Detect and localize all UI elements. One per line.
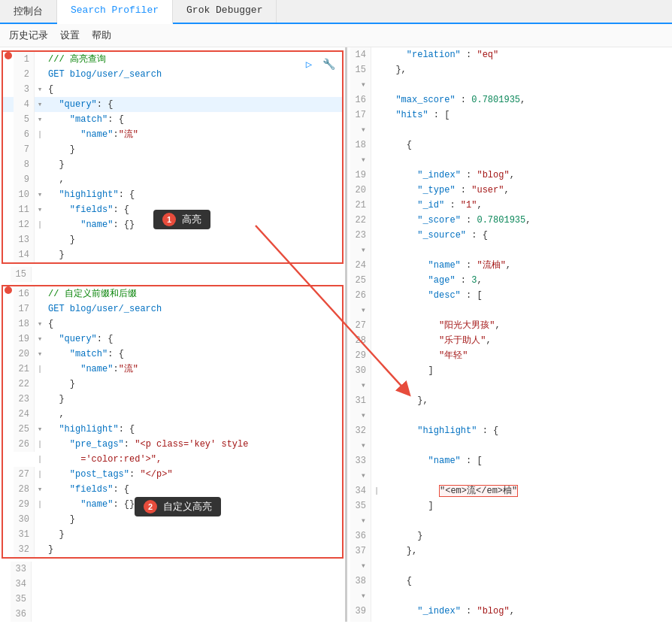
menu-help[interactable]: 帮助 xyxy=(92,29,111,42)
result-line-number: 21 xyxy=(350,198,371,213)
line-number: 34 xyxy=(11,577,32,592)
line-content: /// 高亮查询 xyxy=(45,52,342,67)
result-content: } xyxy=(382,529,672,544)
tab-grok-debugger[interactable]: Grok Debugger xyxy=(173,0,277,23)
line-gutter: | xyxy=(35,452,45,467)
line-number: 19 xyxy=(14,332,35,347)
line-row: 36 xyxy=(0,607,345,622)
result-line-number: 39 xyxy=(350,604,371,619)
result-line-number: 24 xyxy=(350,258,371,273)
result-line-number: 34 xyxy=(350,483,371,498)
result-content: "relation" : "eq" xyxy=(382,47,672,62)
line-row: 32 } xyxy=(3,542,342,557)
result-line: 22 "_score" : 0.7801935, xyxy=(350,213,672,228)
line-number: 15 xyxy=(11,267,32,282)
line-row: 7 } xyxy=(3,142,342,157)
editor-area[interactable]: ▷ 🔧 1 /// 高亮查询 2 GET blog/user/_search xyxy=(0,47,345,622)
line-number: 6 xyxy=(14,127,35,142)
result-content: }, xyxy=(382,62,672,77)
line-number: 33 xyxy=(11,562,32,577)
line-content: "query": { xyxy=(45,332,342,347)
menu-settings[interactable]: 设置 xyxy=(60,29,80,42)
tab-search-profiler[interactable]: Search Profiler xyxy=(57,0,173,24)
result-line: 17 ▾ "hits" : [ xyxy=(350,108,672,138)
result-line: 25 "age" : 3, xyxy=(350,273,672,288)
result-line-number: 28 xyxy=(350,333,371,348)
wrench-icon[interactable]: 🔧 xyxy=(321,56,336,71)
line-row: 1 /// 高亮查询 xyxy=(3,52,342,67)
highlight-em-box: "<em>流</em>柚" xyxy=(439,485,518,497)
line-gutter: ▾ xyxy=(35,422,45,437)
line-row: 27 | "post_tags": "</p>" xyxy=(3,467,342,482)
result-line: 19 "_index" : "blog", xyxy=(350,168,672,183)
line-number: 30 xyxy=(14,512,35,527)
line-number: 32 xyxy=(14,542,35,557)
result-line: 38 ▾ { xyxy=(350,574,672,604)
line-content: "match": { xyxy=(45,347,342,362)
line-content: , xyxy=(45,172,342,187)
line-row: 25 ▾ "highlight": { xyxy=(3,422,342,437)
line-content: , xyxy=(45,407,342,422)
result-line-number: 38 ▾ xyxy=(350,574,371,604)
result-line: 16 "max_score" : 0.7801935, xyxy=(350,92,672,108)
line-row: 33 xyxy=(0,562,345,577)
line-row: | ='color:red'>", xyxy=(3,452,342,467)
tab-console[interactable]: 控制台 xyxy=(0,0,57,23)
result-line-number: 15 ▾ xyxy=(350,62,371,92)
line-number: 4 xyxy=(14,97,35,112)
menu-history[interactable]: 历史记录 xyxy=(9,29,48,42)
result-content: "desc" : [ xyxy=(382,288,672,303)
line-content: "name":"流" xyxy=(45,362,342,377)
result-line-number: 22 xyxy=(350,213,371,228)
line-number: 35 xyxy=(11,592,32,607)
line-content: } xyxy=(45,142,342,157)
result-line-number: 40 xyxy=(350,619,371,622)
line-row: 20 ▾ "match": { xyxy=(3,347,342,362)
result-line-number: 31 ▾ xyxy=(350,393,371,423)
line-gutter: | xyxy=(35,217,45,232)
bubble-custom-highlight: 2 自定义高亮 xyxy=(135,497,221,516)
line-gutter: ▾ xyxy=(35,347,45,362)
line-row: 24 , xyxy=(3,407,342,422)
line-content: } xyxy=(45,247,342,262)
line-number: 11 xyxy=(14,202,35,217)
result-line-number: 33 ▾ xyxy=(350,453,371,483)
line-content: } xyxy=(45,232,342,247)
run-icon[interactable]: ▷ xyxy=(301,56,316,71)
result-line: 26 ▾ "desc" : [ xyxy=(350,288,672,318)
code-block-2: 16 // 自定义前缀和后缀 17 GET blog/user/_search … xyxy=(2,285,344,559)
line-number: 16 xyxy=(14,286,35,301)
result-line: 15 ▾ }, xyxy=(350,62,672,92)
result-content: "name" : "流柚", xyxy=(382,258,672,273)
line-number: 5 xyxy=(14,112,35,127)
result-line: 23 ▾ "_source" : { xyxy=(350,228,672,258)
result-content: "_source" : { xyxy=(382,228,672,243)
line-gutter: | xyxy=(35,127,45,142)
code-block-1: ▷ 🔧 1 /// 高亮查询 2 GET blog/user/_search xyxy=(2,50,344,264)
result-line-number: 19 xyxy=(350,168,371,183)
line-row: 13 } xyxy=(3,232,342,247)
line-number: 27 xyxy=(14,467,35,482)
result-line-number: 14 xyxy=(350,47,371,62)
line-number: 20 xyxy=(14,347,35,362)
line-row: 6 | "name":"流" xyxy=(3,127,342,142)
line-content: "name":"流" xyxy=(45,127,342,142)
result-line-number: 36 xyxy=(350,529,371,544)
line-row: 19 ▾ "query": { xyxy=(3,332,342,347)
bubble-number: 2 xyxy=(144,500,157,513)
line-number: 13 xyxy=(14,232,35,247)
result-content: "max_score" : 0.7801935, xyxy=(382,92,672,108)
line-row: 23 } xyxy=(3,392,342,407)
result-line: 18 ▾ { xyxy=(350,138,672,168)
result-gutter: | xyxy=(371,483,382,498)
result-content: "阳光大男孩", xyxy=(382,318,672,333)
result-line-number: 29 xyxy=(350,348,371,363)
result-line: 31 ▾ }, xyxy=(350,393,672,423)
result-line-number: 16 xyxy=(350,92,371,108)
result-content: "_index" : "blog", xyxy=(382,604,672,619)
line-row: 18 ▾ { xyxy=(3,317,342,332)
result-content: }, xyxy=(382,393,672,408)
line-content: // 自定义前缀和后缀 xyxy=(45,286,342,301)
result-line: 27 "阳光大男孩", xyxy=(350,318,672,333)
line-number: 21 xyxy=(14,362,35,377)
